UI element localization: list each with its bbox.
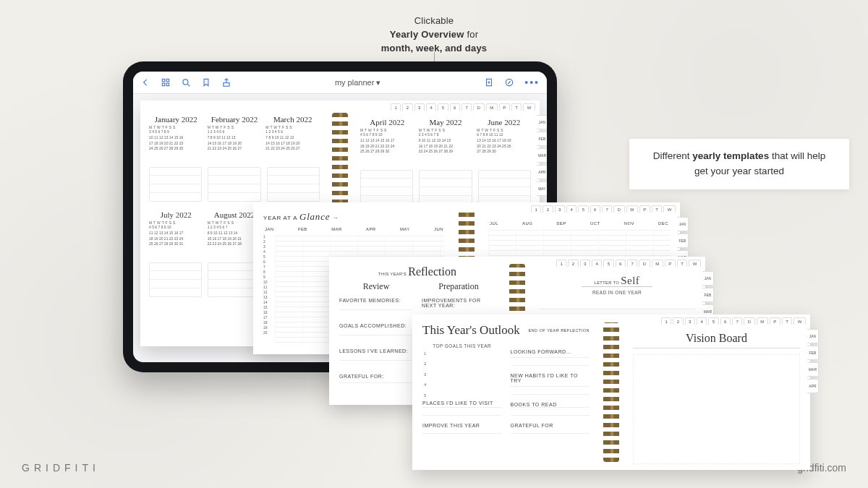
svg-line-5 xyxy=(187,84,190,86)
back-icon[interactable] xyxy=(140,77,150,87)
svg-rect-0 xyxy=(162,79,165,82)
grid-icon[interactable] xyxy=(161,77,171,87)
top-annotation: Clickable Yearly Overview for month, wee… xyxy=(0,14,868,56)
document-title[interactable]: my planner ▾ xyxy=(242,78,474,87)
top-tabs[interactable]: 1234567DMPTW xyxy=(391,103,535,111)
svg-rect-6 xyxy=(224,83,229,87)
top-line2b: for xyxy=(464,29,479,40)
top-line1: Clickable xyxy=(414,15,454,26)
add-page-icon[interactable] xyxy=(484,77,494,87)
brand-left: GRIDFITI xyxy=(22,462,100,474)
spiral-binding xyxy=(600,314,623,470)
month-side-tabs[interactable]: JANFEBMARAPRMAY xyxy=(537,115,547,196)
top-line2a: Yearly Overview xyxy=(390,29,464,40)
svg-rect-1 xyxy=(166,79,169,82)
planner-outlook[interactable]: This Year's Outlook END OF YEAR REFLECTI… xyxy=(412,314,810,470)
share-icon[interactable] xyxy=(221,77,231,87)
search-icon[interactable] xyxy=(181,77,191,87)
svg-rect-3 xyxy=(166,83,169,86)
app-toolbar: my planner ▾ ••• xyxy=(133,72,547,94)
side-callout: Different yearly templates that will hel… xyxy=(629,139,849,189)
pen-icon[interactable] xyxy=(504,77,514,87)
bookmark-icon[interactable] xyxy=(201,77,211,87)
svg-point-4 xyxy=(183,80,188,85)
more-icon[interactable]: ••• xyxy=(524,77,540,88)
svg-rect-2 xyxy=(162,83,165,86)
